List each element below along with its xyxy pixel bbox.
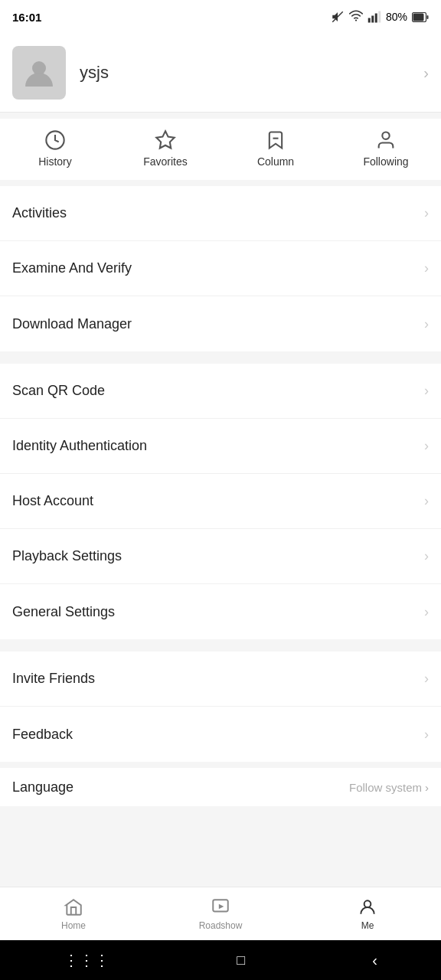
menu-item-download[interactable]: Download Manager › [0, 296, 441, 351]
avatar-placeholder-icon [22, 56, 56, 90]
status-time: 16:01 [12, 11, 41, 24]
menu-item-activities[interactable]: Activities › [0, 186, 441, 241]
svg-marker-11 [156, 131, 174, 148]
svg-rect-7 [427, 15, 429, 19]
system-nav-bar: ⋮⋮⋮ □ ‹ [0, 940, 441, 980]
mute-icon [331, 10, 345, 24]
nav-label-column: Column [257, 155, 294, 168]
language-arrow-icon: › [425, 781, 429, 794]
examine-label: Examine And Verify [12, 260, 132, 276]
svg-rect-8 [413, 13, 424, 21]
feedback-label: Feedback [12, 727, 73, 743]
svg-rect-5 [378, 11, 381, 23]
person-icon [375, 129, 397, 151]
back-button[interactable]: ‹ [372, 952, 377, 969]
menu-item-general[interactable]: General Settings › [0, 584, 441, 639]
nav-item-following[interactable]: Following [331, 129, 441, 168]
svg-point-1 [355, 19, 357, 21]
download-label: Download Manager [12, 316, 132, 332]
examine-arrow-icon: › [424, 260, 429, 276]
me-icon [358, 897, 377, 917]
menu-item-identity[interactable]: Identity Authentication › [0, 419, 441, 474]
bottom-label-roadshow: Roadshow [199, 920, 243, 931]
section-gap-3 [0, 762, 441, 768]
invite-arrow-icon: › [424, 671, 429, 687]
bottom-label-me: Me [361, 920, 374, 931]
bottom-nav-roadshow[interactable]: Roadshow [147, 897, 294, 931]
activities-label: Activities [12, 205, 67, 221]
svg-rect-4 [375, 14, 377, 23]
svg-point-16 [364, 900, 371, 907]
language-label: Language [12, 779, 74, 795]
menu-item-examine[interactable]: Examine And Verify › [0, 241, 441, 296]
avatar [12, 46, 66, 100]
star-icon [155, 129, 176, 151]
bookmark-icon [265, 129, 286, 151]
status-bar: 16:01 80% [0, 0, 441, 34]
profile-header[interactable]: ysjs › [0, 34, 441, 113]
section-gap-2 [0, 639, 441, 645]
language-current-value: Follow system [349, 781, 422, 794]
quick-nav: History Favorites Column Following [0, 119, 441, 180]
battery-text: 80% [386, 11, 407, 23]
menu-item-scan-qr[interactable]: Scan QR Code › [0, 364, 441, 419]
menu-section-2: Scan QR Code › Identity Authentication ›… [0, 364, 441, 639]
clock-icon [44, 129, 66, 151]
activities-arrow-icon: › [424, 205, 429, 221]
scan-qr-arrow-icon: › [424, 383, 429, 399]
feedback-arrow-icon: › [424, 727, 429, 743]
signal-icon [368, 10, 381, 24]
general-label: General Settings [12, 604, 115, 620]
home-button[interactable]: □ [237, 952, 245, 969]
playback-arrow-icon: › [424, 548, 429, 564]
svg-rect-3 [371, 16, 374, 23]
menu-item-language[interactable]: Language Follow system › [0, 768, 441, 806]
menu-item-invite[interactable]: Invite Friends › [0, 652, 441, 707]
nav-label-favorites: Favorites [143, 155, 188, 168]
download-arrow-icon: › [424, 316, 429, 332]
profile-username: ysjs [80, 63, 423, 83]
general-arrow-icon: › [424, 604, 429, 620]
nav-label-following: Following [363, 155, 408, 168]
playback-label: Playback Settings [12, 548, 122, 564]
svg-rect-2 [368, 18, 371, 23]
status-icons: 80% [331, 10, 429, 24]
menu-item-feedback[interactable]: Feedback › [0, 707, 441, 762]
nav-label-history: History [38, 155, 72, 168]
svg-marker-15 [219, 903, 224, 909]
nav-item-history[interactable]: History [0, 129, 110, 168]
nav-item-favorites[interactable]: Favorites [110, 129, 220, 168]
identity-label: Identity Authentication [12, 438, 147, 454]
wifi-icon [349, 10, 363, 24]
menu-item-host-account[interactable]: Host Account › [0, 474, 441, 529]
profile-chevron-icon: › [423, 64, 429, 82]
menu-section-3: Invite Friends › Feedback › [0, 652, 441, 762]
scan-qr-label: Scan QR Code [12, 383, 105, 399]
recent-apps-button[interactable]: ⋮⋮⋮ [64, 951, 109, 969]
language-value: Follow system › [349, 781, 429, 794]
bottom-nav-me[interactable]: Me [294, 897, 441, 931]
identity-arrow-icon: › [424, 438, 429, 454]
roadshow-icon [211, 897, 230, 917]
svg-point-13 [382, 132, 389, 139]
bottom-label-home: Home [61, 920, 86, 931]
nav-item-column[interactable]: Column [220, 129, 331, 168]
section-gap-1 [0, 351, 441, 358]
host-account-label: Host Account [12, 493, 93, 509]
host-account-arrow-icon: › [424, 493, 429, 509]
menu-section-1: Activities › Examine And Verify › Downlo… [0, 186, 441, 351]
invite-label: Invite Friends [12, 671, 95, 687]
bottom-nav: Home Roadshow Me [0, 887, 441, 940]
menu-item-playback[interactable]: Playback Settings › [0, 529, 441, 584]
home-icon [64, 897, 83, 917]
bottom-nav-home[interactable]: Home [0, 897, 147, 931]
battery-icon [412, 12, 429, 22]
